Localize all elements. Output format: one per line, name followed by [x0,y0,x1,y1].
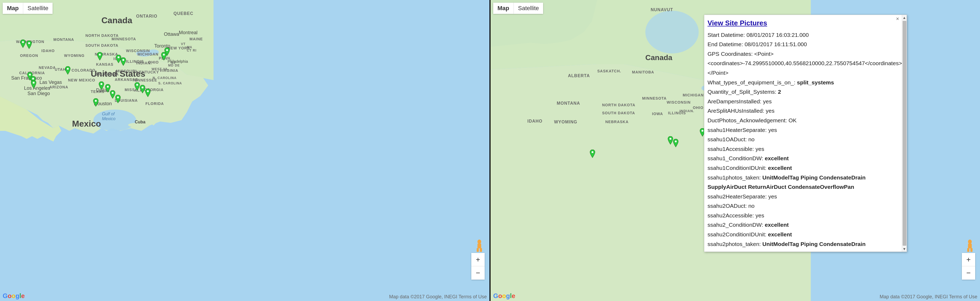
popup-row-ssahu1access: ssahu1Accessible: yes [708,145,899,154]
svg-point-20 [100,83,102,85]
right-map-controls: Map Satellite [493,3,543,14]
left-map-footer: Map data ©2017 Google, INEGI Terms of Us… [389,294,487,299]
svg-point-16 [29,74,31,76]
pin-chicago-2[interactable] [119,57,127,68]
left-map-panel: Map Satellite United States [0,0,490,301]
svg-rect-51 [967,248,969,252]
svg-rect-32 [480,248,482,252]
popup-row-equip: What_types_of_equipment_is_on_: split_sy… [708,78,899,87]
scrollbar-up[interactable]: ▲ [902,15,907,20]
pin-mississippi-2[interactable] [114,95,122,105]
popup-content: View Site Pictures Start Datetime: 08/01… [704,15,907,252]
popup-row-end: End Datetime: 08/01/2017 16:11:51.000 [708,40,899,49]
popup-row-splitahu: AreSplitAHUsInstalled: yes [708,106,899,115]
right-pin-3[interactable] [672,139,679,150]
popup-row-ssahu2oa: ssahu2OADuct: no [708,201,899,210]
popup-row-ssahu1photos: ssahu1photos_taken: UnitModelTag Piping … [708,173,899,182]
svg-point-28 [163,54,165,56]
svg-point-18 [33,82,35,84]
popup-row-ssahu2access: ssahu2Accessible: yes [708,211,899,220]
popup-row-ssahu1photos2: SupplyAirDuct ReturnAirDuct CondensateOv… [708,182,899,191]
popup-close-button[interactable]: × [894,15,901,23]
popup-row-point-end: </Point> [708,68,899,78]
right-map-footer: Map data ©2017 Google, INEGI Terms of Us… [880,294,977,299]
svg-point-11 [28,42,30,44]
left-zoom-in[interactable]: + [471,253,485,266]
left-map-background: United States Canada Mexico Cuba ONTARIO… [0,0,490,301]
svg-point-22 [112,92,114,94]
right-pin-1[interactable] [589,150,596,160]
left-zoom-controls: + − [471,253,485,280]
scrollbar-down[interactable]: ▼ [902,246,907,252]
left-satellite-button[interactable]: Satellite [23,3,52,14]
right-zoom-in[interactable]: + [962,253,975,266]
left-map-button[interactable]: Map [3,3,23,14]
svg-point-25 [142,86,143,88]
svg-point-21 [107,86,109,88]
popup-row-ssahu1oa: ssahu1OADuct: no [708,135,899,144]
left-google-logo: Google [3,292,25,299]
svg-point-42 [675,140,677,142]
right-map-panel: Map Satellite NUNAVUT Canada ALBERTA SAS… [490,0,980,301]
popup-row-coords: <coordinates>-74.2995510000,40.556821000… [708,59,899,68]
svg-point-15 [166,49,168,51]
pin-houston[interactable] [92,98,100,109]
svg-point-10 [22,41,24,43]
pin-california-3[interactable] [30,80,37,91]
svg-point-6 [94,110,136,131]
view-site-pictures-link[interactable]: View Site Pictures [708,18,899,29]
popup-row-dampers: AreDampersInstalled: yes [708,97,899,106]
info-popup: ▲ ▼ × View Site Pictures Start Datetime:… [704,15,907,252]
popup-row-ssahu2condid: ssahu2ConditionIDUnit: excellent [708,230,899,239]
pin-wyoming[interactable] [64,66,72,77]
right-google-logo: Google [493,292,515,299]
popup-scrollbar[interactable]: ▲ ▼ [902,15,907,252]
svg-point-49 [968,240,972,244]
svg-point-41 [670,138,671,140]
pin-washington-2[interactable] [25,41,33,51]
left-pegman[interactable] [474,240,485,254]
pin-north-dakota[interactable] [96,52,103,63]
popup-row-ssahu2photos: ssahu2photos_taken: UnitModelTag Piping … [708,240,899,248]
popup-row-gps: GPS Coordinates: <Point> [708,49,899,59]
popup-row-ssahu1condw: ssahu1_ConditionDW: excellent [708,154,899,163]
svg-point-40 [592,151,593,153]
svg-point-14 [123,59,124,61]
svg-point-39 [645,11,699,53]
svg-point-19 [67,68,69,70]
svg-point-5 [148,49,159,55]
svg-point-26 [147,90,149,92]
svg-rect-52 [970,248,972,252]
right-pegman[interactable] [964,240,975,254]
svg-point-24 [136,84,138,86]
svg-point-29 [477,240,481,244]
svg-rect-30 [477,244,481,248]
svg-point-23 [117,96,119,98]
popup-row-ssahu1condid: ssahu1ConditionIDUnit: excellent [708,164,899,172]
left-zoom-out[interactable]: − [471,266,485,280]
popup-row-ductphoto: DuctPhotos_Acknowledgement: OK [708,116,899,125]
svg-rect-31 [477,248,479,252]
svg-rect-50 [968,244,972,248]
right-map-button[interactable]: Map [493,3,514,14]
svg-point-43 [702,130,703,132]
svg-point-13 [118,56,119,58]
popup-row-qty: Quantity_of_Split_Systems: 2 [708,88,899,96]
svg-point-27 [95,100,97,102]
popup-row-ssahu2heater: ssahu2HeaterSeparate: yes [708,192,899,201]
pin-southeast-3[interactable] [144,89,151,99]
svg-point-12 [99,54,101,56]
right-map-background: NUNAVUT Canada ALBERTA SASKATCH. MANITOB… [490,0,980,301]
right-satellite-button[interactable]: Satellite [514,3,543,14]
scrollbar-thumb[interactable] [903,21,906,246]
right-zoom-out[interactable]: − [962,266,975,280]
svg-point-17 [32,78,34,80]
popup-row-ssahu2condw: ssahu2_ConditionDW: excellent [708,220,899,229]
popup-row-start: Start Datetime: 08/01/2017 16:03:21.000 [708,30,899,40]
svg-point-7 [128,123,144,127]
pin-northeast-2[interactable] [160,52,168,63]
popup-row-ssahu1heater: ssahu1HeaterSeparate: yes [708,126,899,135]
left-map-controls: Map Satellite [3,3,52,14]
right-zoom-controls: + − [962,253,975,280]
